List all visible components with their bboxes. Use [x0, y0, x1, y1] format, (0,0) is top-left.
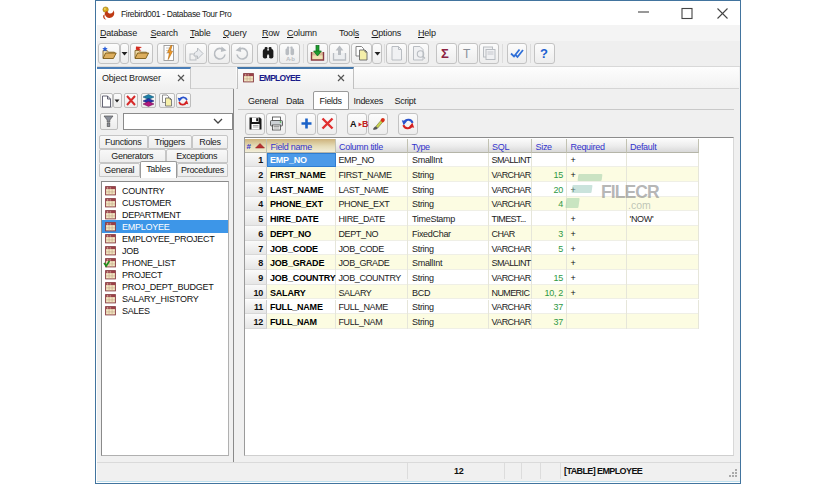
svg-text:A·b: A·b	[286, 56, 295, 62]
